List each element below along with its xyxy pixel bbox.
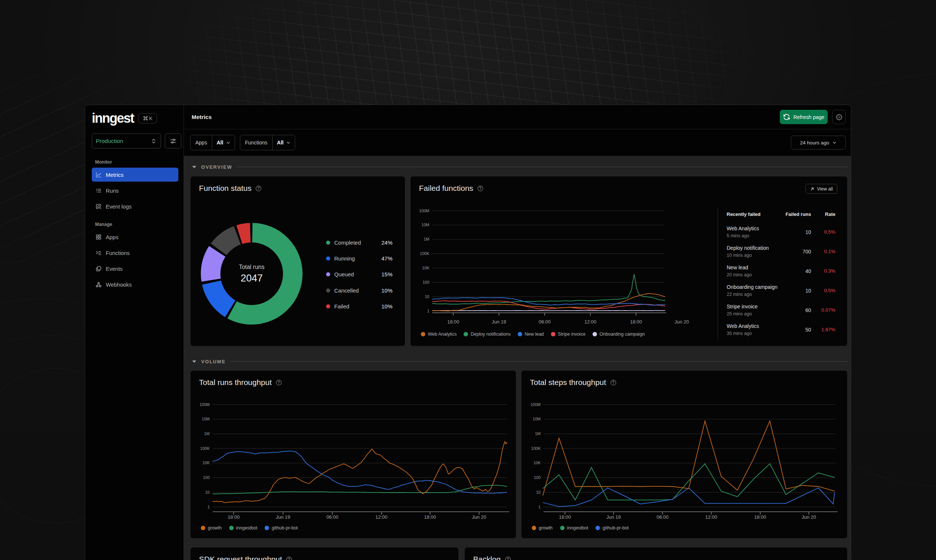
svg-text:06:00: 06:00 (657, 514, 669, 520)
svg-text:1: 1 (538, 505, 540, 509)
svg-text:Jun 20: Jun 20 (674, 319, 689, 325)
svg-text:12:00: 12:00 (705, 514, 717, 520)
svg-text:100M: 100M (419, 209, 429, 213)
svg-text:18:00: 18:00 (754, 514, 767, 520)
svg-text:1M: 1M (535, 431, 540, 436)
svg-text:1M: 1M (424, 237, 429, 241)
svg-text:Jun 19: Jun 19 (606, 514, 620, 520)
svg-text:100K: 100K (200, 446, 210, 451)
svg-text:12:00: 12:00 (376, 514, 388, 520)
svg-text:100: 100 (534, 475, 540, 480)
svg-text:1: 1 (208, 505, 210, 509)
svg-text:100M: 100M (530, 402, 540, 407)
svg-text:10: 10 (205, 490, 210, 494)
svg-text:18:00: 18:00 (630, 319, 642, 325)
svg-text:10K: 10K (533, 460, 540, 465)
svg-text:18:00: 18:00 (559, 514, 571, 520)
svg-text:100: 100 (423, 280, 429, 285)
svg-text:Jun 20: Jun 20 (802, 514, 816, 520)
svg-text:18:00: 18:00 (228, 514, 240, 520)
svg-text:10: 10 (425, 294, 429, 299)
svg-text:18:00: 18:00 (424, 514, 436, 520)
svg-text:100K: 100K (531, 446, 540, 451)
svg-text:100M: 100M (199, 402, 210, 407)
svg-text:10: 10 (536, 490, 540, 494)
svg-text:1: 1 (427, 309, 429, 313)
svg-text:10M: 10M (533, 417, 540, 421)
svg-text:10M: 10M (422, 223, 429, 227)
svg-text:10M: 10M (202, 417, 210, 421)
svg-text:100K: 100K (420, 251, 429, 256)
svg-text:10K: 10K (202, 460, 210, 465)
svg-text:1M: 1M (204, 431, 210, 436)
svg-text:Jun 19: Jun 19 (491, 319, 506, 325)
svg-text:12:00: 12:00 (585, 319, 597, 325)
svg-text:06:00: 06:00 (539, 319, 551, 325)
svg-text:06:00: 06:00 (326, 514, 339, 520)
svg-text:10K: 10K (422, 266, 429, 270)
svg-text:100: 100 (203, 475, 210, 480)
svg-text:18:00: 18:00 (447, 319, 460, 325)
svg-text:Jun 19: Jun 19 (276, 514, 290, 520)
svg-text:Jun 20: Jun 20 (472, 514, 486, 520)
